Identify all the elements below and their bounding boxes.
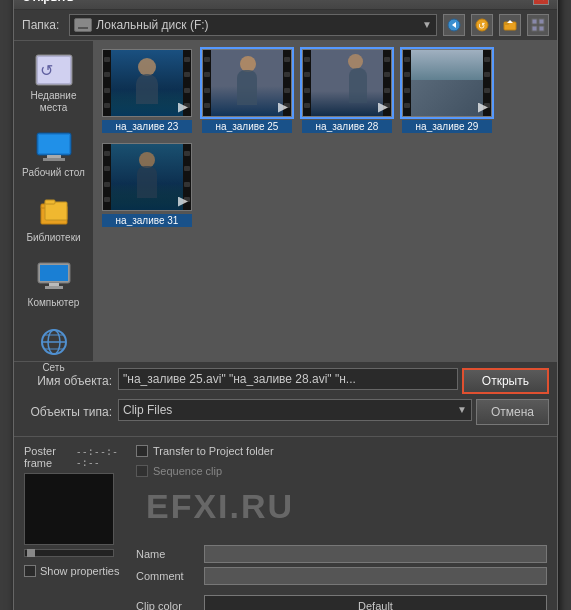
network-icon bbox=[35, 326, 73, 358]
thumb-preview-f23 bbox=[102, 49, 192, 117]
file-name-f23: на_заливе 23 bbox=[102, 120, 192, 133]
object-type-dropdown[interactable]: Clip Files ▼ bbox=[118, 399, 472, 421]
object-name-row: Имя объекта: Открыть bbox=[22, 368, 549, 394]
comment-input[interactable] bbox=[204, 567, 547, 585]
svg-text:↺: ↺ bbox=[478, 21, 486, 31]
comment-label: Comment bbox=[136, 570, 196, 582]
up-button[interactable] bbox=[499, 14, 521, 36]
hdd-icon bbox=[74, 18, 92, 32]
poster-frame-label: Poster frame bbox=[24, 445, 70, 469]
refresh-button[interactable]: ↺ bbox=[471, 14, 493, 36]
close-button[interactable]: ✕ bbox=[533, 0, 549, 5]
refresh-icon: ↺ bbox=[475, 18, 489, 32]
show-properties-checkbox[interactable] bbox=[24, 565, 36, 577]
back-icon bbox=[447, 18, 461, 32]
transfer-label: Transfer to Project folder bbox=[153, 445, 274, 457]
sequence-checkbox[interactable] bbox=[136, 465, 148, 477]
watermark-area: EFXI.RU Name Comment bbox=[136, 485, 547, 585]
object-name-input[interactable] bbox=[118, 368, 458, 390]
sidebar-item-recent[interactable]: ↺ Недавние места bbox=[14, 45, 93, 122]
comment-row: Comment bbox=[136, 567, 547, 585]
sequence-label: Sequence clip bbox=[153, 465, 222, 477]
file-grid: на_заливе 23 bbox=[102, 49, 549, 227]
computer-icon bbox=[35, 261, 73, 293]
svg-rect-21 bbox=[45, 200, 55, 204]
file-name-f25: на_заливе 25 bbox=[202, 120, 292, 133]
sidebar-item-libraries[interactable]: Библиотеки bbox=[14, 187, 93, 252]
svg-rect-8 bbox=[539, 19, 544, 24]
file-name-f29: на_заливе 29 bbox=[402, 120, 492, 133]
object-type-label: Объекты типа: bbox=[22, 405, 112, 419]
name-input[interactable] bbox=[204, 545, 547, 563]
poster-section: Poster frame --:--:--:-- Show properties bbox=[24, 445, 124, 611]
thumb-preview-f28 bbox=[302, 49, 392, 117]
thumb-preview-f25 bbox=[202, 49, 292, 117]
sidebar-libraries-label: Библиотеки bbox=[26, 232, 80, 244]
sidebar-item-computer[interactable]: Компьютер bbox=[14, 252, 93, 317]
object-type-value: Clip Files bbox=[123, 403, 172, 417]
poster-time: --:--:--:-- bbox=[76, 446, 124, 468]
sidebar-network-label: Сеть bbox=[42, 362, 64, 374]
open-button[interactable]: Открыть bbox=[462, 368, 549, 394]
file-item-f29[interactable]: на_заливе 29 bbox=[402, 49, 492, 133]
watermark-text: EFXI.RU bbox=[146, 487, 294, 526]
file-item-f31[interactable]: на_заливе 31 bbox=[102, 143, 192, 227]
poster-preview bbox=[24, 473, 114, 545]
show-properties-label: Show properties bbox=[40, 565, 120, 577]
bottom-panel: Poster frame --:--:--:-- Show properties… bbox=[14, 436, 557, 611]
svg-rect-9 bbox=[532, 26, 537, 31]
cancel-button[interactable]: Отмена bbox=[476, 399, 549, 425]
clip-color-value: Default bbox=[358, 600, 393, 611]
svg-rect-7 bbox=[532, 19, 537, 24]
folder-dropdown-arrow: ▼ bbox=[422, 19, 432, 30]
properties-section: Transfer to Project folder Sequence clip… bbox=[136, 445, 547, 611]
thumb-preview-f31 bbox=[102, 143, 192, 211]
clip-color-button[interactable]: Default bbox=[204, 595, 547, 611]
transfer-row: Transfer to Project folder bbox=[136, 445, 547, 457]
file-item-f25[interactable]: на_заливе 25 bbox=[202, 49, 292, 133]
sidebar-computer-label: Компьютер bbox=[28, 297, 80, 309]
clip-color-label: Clip color bbox=[136, 600, 196, 611]
title-bar: Открыть ✕ bbox=[14, 0, 557, 10]
filename-fields: Имя объекта: Открыть Объекты типа: Clip … bbox=[14, 361, 557, 436]
name-row: Name bbox=[136, 545, 547, 563]
open-dialog: Открыть ✕ Папка: Локальный диск (F:) ▼ ↺ bbox=[13, 0, 558, 610]
svg-rect-24 bbox=[49, 283, 59, 286]
dialog-title: Открыть bbox=[22, 0, 74, 4]
svg-rect-15 bbox=[39, 135, 69, 153]
sidebar: ↺ Недавние места Рабочий стол bbox=[14, 41, 94, 361]
recent-icon: ↺ bbox=[35, 54, 73, 86]
svg-rect-17 bbox=[43, 158, 65, 161]
object-name-label: Имя объекта: bbox=[22, 374, 112, 388]
desktop-icon bbox=[35, 131, 73, 163]
file-item-f28[interactable]: на_заливе 28 bbox=[302, 49, 392, 133]
sidebar-item-network[interactable]: Сеть bbox=[14, 317, 93, 382]
views-button[interactable] bbox=[527, 14, 549, 36]
folder-up-icon bbox=[503, 18, 517, 32]
svg-rect-25 bbox=[45, 286, 63, 289]
folder-path: Локальный диск (F:) bbox=[96, 18, 208, 32]
object-type-row: Объекты типа: Clip Files ▼ Отмена bbox=[22, 399, 549, 425]
file-item-f23[interactable]: на_заливе 23 bbox=[102, 49, 192, 133]
libraries-icon bbox=[35, 196, 73, 228]
sequence-row: Sequence clip bbox=[136, 465, 547, 477]
folder-label: Папка: bbox=[22, 18, 59, 32]
sidebar-desktop-label: Рабочий стол bbox=[22, 167, 85, 179]
file-area[interactable]: на_заливе 23 bbox=[94, 41, 557, 361]
type-dropdown-arrow: ▼ bbox=[457, 404, 467, 415]
svg-rect-10 bbox=[539, 26, 544, 31]
clip-color-row: Clip color Default bbox=[136, 595, 547, 611]
file-name-f28: на_заливе 28 bbox=[302, 120, 392, 133]
sidebar-item-desktop[interactable]: Рабочий стол bbox=[14, 122, 93, 187]
back-button[interactable] bbox=[443, 14, 465, 36]
transfer-checkbox[interactable] bbox=[136, 445, 148, 457]
poster-slider[interactable] bbox=[24, 549, 114, 557]
svg-rect-16 bbox=[47, 155, 61, 158]
folder-dropdown[interactable]: Локальный диск (F:) ▼ bbox=[69, 14, 437, 36]
svg-rect-20 bbox=[45, 202, 67, 220]
name-label: Name bbox=[136, 548, 196, 560]
location-toolbar: Папка: Локальный диск (F:) ▼ ↺ bbox=[14, 10, 557, 41]
poster-slider-thumb bbox=[27, 549, 35, 557]
sidebar-recent-label: Недавние места bbox=[18, 90, 89, 114]
svg-text:↺: ↺ bbox=[40, 62, 53, 79]
